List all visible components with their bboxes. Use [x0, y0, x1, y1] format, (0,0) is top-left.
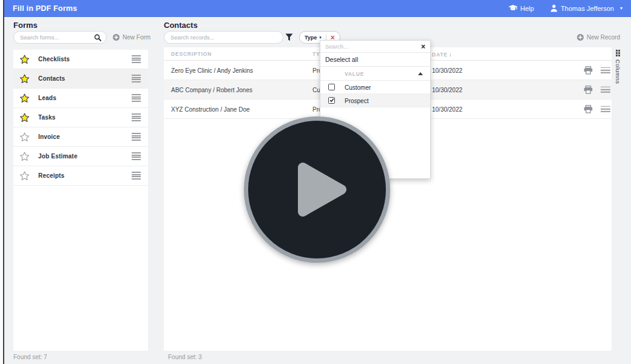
sidebar-item-tasks[interactable]: Tasks	[13, 108, 148, 127]
filter-chip-label: Type	[305, 35, 317, 41]
columns-label: Columns	[615, 59, 621, 84]
sidebar-item-job-estimate[interactable]: Job Estimate	[13, 147, 148, 166]
filter-icon[interactable]	[285, 33, 293, 41]
deselect-all-button[interactable]: Deselect all	[320, 53, 430, 67]
sidebar-item-leads[interactable]: Leads	[13, 89, 148, 108]
cell-description: Zero Eye Clinic / Andy Jenkins	[171, 67, 253, 73]
cell-date: 10/30/2022	[432, 106, 462, 112]
page-title: Contacts	[164, 21, 198, 30]
new-form-button[interactable]: New Form	[113, 31, 150, 44]
star-filled-icon	[19, 113, 30, 123]
row-menu-icon[interactable]	[132, 172, 141, 180]
star-outline-icon	[19, 132, 30, 142]
value-header-label: VALUE	[345, 71, 364, 77]
sidebar-item-label: Contacts	[38, 75, 65, 82]
print-icon[interactable]	[584, 105, 593, 113]
forms-found-set: Found set: 7	[13, 354, 47, 360]
sort-desc-icon: ↓	[449, 51, 452, 58]
help-button[interactable]: Help	[508, 5, 535, 12]
filter-option-prospect[interactable]: Prospect	[320, 94, 430, 107]
window-edge-line	[3, 0, 4, 364]
topbar: Fill in PDF Forms Help Thomas Jefferson …	[4, 0, 631, 17]
new-record-label: New Record	[587, 34, 620, 41]
column-header-date[interactable]: DATE↓	[432, 51, 452, 58]
columns-button[interactable]: Columns	[615, 50, 621, 84]
sidebar-item-contacts[interactable]: Contacts	[13, 69, 148, 89]
star-filled-icon	[19, 93, 30, 103]
person-icon	[550, 4, 558, 12]
checkbox-checked[interactable]	[328, 97, 335, 104]
row-menu-icon[interactable]	[601, 67, 610, 73]
user-name: Thomas Jefferson	[561, 5, 614, 12]
new-form-label: New Form	[123, 34, 150, 41]
print-icon[interactable]	[584, 86, 593, 94]
star-filled-icon	[19, 74, 30, 84]
grid-icon	[616, 50, 621, 56]
star-outline-icon	[19, 152, 30, 161]
row-menu-icon[interactable]	[601, 106, 610, 112]
chevron-down-icon: ▾	[620, 5, 623, 11]
help-label: Help	[521, 5, 535, 12]
sidebar-item-label: Leads	[38, 95, 56, 101]
option-label: Prospect	[345, 97, 368, 104]
records-found-set: Found set: 3	[168, 354, 202, 360]
forms-list: Checklists Contacts Leads Tasks Invoice …	[13, 50, 148, 351]
option-label: Customer	[345, 84, 371, 90]
sidebar-item-label: Receipts	[38, 172, 64, 179]
records-search-input[interactable]	[170, 34, 278, 41]
sidebar-item-label: Checklists	[38, 56, 70, 62]
row-menu-icon[interactable]	[132, 94, 141, 102]
cell-description: ABC Company / Robert Jones	[171, 86, 252, 93]
checkbox-unchecked[interactable]	[328, 84, 335, 90]
forms-search	[13, 31, 107, 44]
records-search	[164, 31, 283, 44]
popup-value-header[interactable]: VALUE	[320, 67, 430, 81]
video-play-button[interactable]	[244, 116, 390, 263]
forms-panel-title: Forms	[13, 21, 38, 30]
row-menu-icon[interactable]	[132, 75, 141, 83]
star-outline-icon	[19, 171, 30, 181]
chevron-down-icon: ▾	[319, 35, 322, 40]
plus-circle-icon	[577, 34, 584, 41]
play-icon	[297, 160, 348, 219]
search-icon	[94, 34, 101, 41]
cell-date: 10/30/2022	[432, 86, 462, 93]
sidebar-item-label: Invoice	[38, 133, 60, 140]
row-menu-icon[interactable]	[132, 113, 141, 121]
star-filled-icon	[19, 55, 30, 64]
app-title: Fill in PDF Forms	[13, 4, 77, 13]
sidebar-item-label: Tasks	[38, 114, 56, 121]
popup-search: ×	[320, 41, 430, 53]
column-header-description[interactable]: DESCRIPTION	[171, 51, 212, 57]
row-menu-icon[interactable]	[132, 55, 141, 63]
print-icon[interactable]	[584, 66, 593, 75]
popup-search-input[interactable]	[325, 43, 421, 50]
close-icon[interactable]: ×	[421, 43, 425, 50]
plus-circle-icon	[113, 34, 120, 41]
row-menu-icon[interactable]	[132, 152, 141, 160]
cell-date: 10/30/2022	[432, 67, 462, 73]
sidebar-item-receipts[interactable]: Receipts	[13, 166, 148, 186]
sidebar-item-invoice[interactable]: Invoice	[13, 127, 148, 147]
forms-search-input[interactable]	[20, 34, 94, 41]
sort-asc-icon	[418, 72, 423, 75]
user-menu[interactable]: Thomas Jefferson ▾	[550, 4, 623, 12]
filter-option-customer[interactable]: Customer	[320, 81, 430, 94]
new-record-button[interactable]: New Record	[577, 31, 620, 44]
row-menu-icon[interactable]	[132, 133, 141, 141]
sidebar-item-label: Job Estimate	[38, 153, 78, 160]
graduation-cap-icon	[508, 5, 518, 12]
cell-description: XYZ Construction / Jane Doe	[171, 106, 250, 112]
sidebar-item-checklists[interactable]: Checklists	[13, 50, 148, 69]
row-menu-icon[interactable]	[601, 86, 610, 92]
